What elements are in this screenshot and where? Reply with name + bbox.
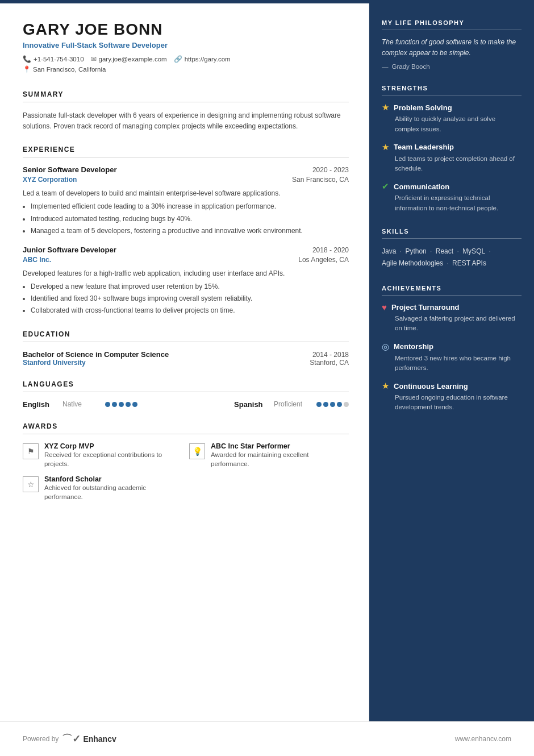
star-icon: ★ (382, 102, 389, 113)
skill-mysql: MySQL (462, 247, 485, 255)
skills-title: SKILLS (382, 228, 522, 239)
strength-item-2: ★ Team Leadership Led teams to project c… (382, 142, 522, 174)
job-dates-2: 2018 - 2020 (312, 246, 349, 254)
skill-java: Java (382, 247, 396, 255)
strengths-title: STRENGTHS (382, 85, 522, 95)
strength-header-1: ★ Problem Solving (382, 102, 522, 113)
award-name-1: XYZ Corp MVP (44, 442, 182, 450)
summary-title: SUMMARY (23, 90, 349, 102)
bullet: Implemented efficient code leading to a … (31, 201, 349, 212)
phone-icon: 📞 (23, 55, 31, 63)
job-dates-1: 2020 - 2023 (312, 166, 349, 174)
job-header-1: Senior Software Developer 2020 - 2023 (23, 165, 349, 174)
languages-row: English Native Spanish Proficient (23, 400, 349, 409)
dot (323, 402, 328, 407)
achievement-name-3: Continuous Learning (394, 382, 468, 391)
award-info-3: Stanford Scholar Achieved for outstandin… (44, 475, 182, 501)
candidate-title: Innovative Full-Stack Software Developer (23, 41, 349, 49)
languages-section: LANGUAGES English Native Spanish Profici… (23, 380, 349, 409)
dot (126, 402, 131, 407)
award-icon-3: ☆ (23, 476, 39, 492)
philosophy-title: MY LIFE PHILOSOPHY (382, 19, 522, 30)
website-text: https://gary.com (185, 56, 231, 63)
enhancv-icon: ⌒✓ (62, 732, 81, 746)
bulb-icon: ◎ (382, 342, 389, 352)
achievement-name-1: Project Turnaround (391, 303, 460, 311)
strength-header-2: ★ Team Leadership (382, 142, 522, 152)
achievement-header-1: ♥ Project Turnaround (382, 302, 522, 312)
job-bullets-1: Implemented efficient code leading to a … (23, 201, 349, 236)
job-title-1: Senior Software Developer (23, 165, 116, 174)
education-section: EDUCATION Bachelor of Science in Compute… (23, 330, 349, 367)
dot (316, 402, 322, 407)
achievements-section: ACHIEVEMENTS ♥ Project Turnaround Salvag… (382, 285, 522, 413)
award-desc-2: Awarded for maintaining excellent perfor… (211, 450, 349, 468)
contact-row: 📞 +1-541-754-3010 ✉ gary.joe@example.com… (23, 55, 349, 63)
bullet: Developed a new feature that improved us… (31, 281, 349, 292)
address-text: San Francisco, California (33, 66, 106, 73)
languages-title: LANGUAGES (23, 380, 349, 392)
philosophy-section: MY LIFE PHILOSOPHY The function of good … (382, 19, 522, 70)
skills-text: Java · Python · React · MySQL · Agile Me… (382, 246, 522, 270)
skill-sep: · (428, 247, 434, 255)
skill-python: Python (405, 247, 426, 255)
award-name-2: ABC Inc Star Performer (211, 442, 349, 450)
bullet: Collaborated with cross-functional teams… (31, 305, 349, 316)
edu-school-row: Stanford University Stanford, CA (23, 359, 349, 367)
achievement-desc-1: Salvaged a faltering project and deliver… (382, 314, 522, 334)
powered-by-row: Powered by ⌒✓ Enhancv (23, 732, 116, 746)
awards-title: AWARDS (23, 422, 349, 434)
achievement-item-2: ◎ Mentorship Mentored 3 new hires who be… (382, 342, 522, 373)
strength-desc-1: Ability to quickly analyze and solve com… (382, 114, 522, 134)
job-company-1: XYZ Corporation (23, 176, 77, 184)
strength-name-1: Problem Solving (394, 103, 452, 112)
strength-desc-3: Proficient in expressing technical infor… (382, 193, 522, 213)
skill-sep: · (398, 247, 403, 255)
bullet: Introduced automated testing, reducing b… (31, 214, 349, 225)
footer-url: www.enhancv.com (455, 735, 511, 743)
education-title: EDUCATION (23, 330, 349, 342)
lang-dots-2 (316, 402, 349, 407)
job-entry-2: Junior Software Developer 2018 - 2020 AB… (23, 246, 349, 317)
award-name-3: Stanford Scholar (44, 475, 182, 483)
award-item-2: 💡 ABC Inc Star Performer Awarded for mai… (189, 442, 349, 468)
phone-contact: 📞 +1-541-754-3010 (23, 55, 84, 63)
philosophy-text: The function of good software is to make… (382, 37, 522, 59)
right-column: MY LIFE PHILOSOPHY The function of good … (369, 3, 534, 721)
footer: Powered by ⌒✓ Enhancv www.enhancv.com (0, 721, 534, 756)
star-icon: ★ (382, 381, 389, 391)
strength-item-3: ✔ Communication Proficient in expressing… (382, 181, 522, 213)
location-icon: 📍 (23, 65, 31, 73)
achievement-desc-2: Mentored 3 new hires who became high per… (382, 354, 522, 373)
award-item-3: ☆ Stanford Scholar Achieved for outstand… (23, 475, 182, 501)
job-desc-2: Developed features for a high-traffic we… (23, 268, 349, 279)
award-icon-1: ⚑ (23, 443, 39, 459)
philosophy-author: Grady Booch (382, 63, 522, 70)
star-icon: ★ (382, 142, 389, 152)
dot (344, 402, 349, 407)
strength-name-2: Team Leadership (394, 143, 454, 151)
lang-name-1: English (23, 400, 57, 409)
job-entry-1: Senior Software Developer 2020 - 2023 XY… (23, 165, 349, 236)
left-column: GARY JOE BONN Innovative Full-Stack Soft… (0, 3, 369, 721)
award-desc-1: Received for exceptional contributions t… (44, 450, 182, 468)
award-info-2: ABC Inc Star Performer Awarded for maint… (211, 442, 349, 468)
email-icon: ✉ (91, 55, 97, 63)
dot (105, 402, 110, 407)
website-icon: 🔗 (174, 55, 182, 63)
achievement-desc-3: Pursued ongoing education in software de… (382, 393, 522, 413)
skill-react: React (436, 247, 453, 255)
award-info-1: XYZ Corp MVP Received for exceptional co… (44, 442, 182, 468)
resume-page: GARY JOE BONN Innovative Full-Stack Soft… (0, 0, 534, 756)
awards-section: AWARDS ⚑ XYZ Corp MVP Received for excep… (23, 422, 349, 501)
lang-name-2: Spanish (234, 400, 268, 409)
achievement-header-3: ★ Continuous Learning (382, 381, 522, 391)
email-contact: ✉ gary.joe@example.com (91, 55, 167, 63)
skill-sep: · (487, 247, 491, 255)
edu-location: Stanford, CA (310, 359, 349, 367)
lang-dots-1 (105, 402, 137, 407)
bullet: Managed a team of 5 developers, fosterin… (31, 226, 349, 236)
phone-text: +1-541-754-3010 (34, 56, 84, 63)
edu-school: Stanford University (23, 359, 86, 367)
summary-section: SUMMARY Passionate full-stack developer … (23, 90, 349, 132)
